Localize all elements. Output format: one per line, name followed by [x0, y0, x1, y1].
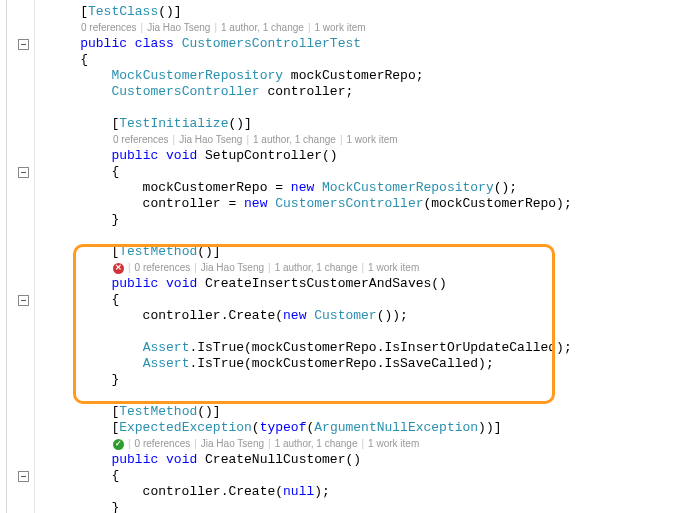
field: CustomersController controller;: [49, 84, 698, 100]
attribute: [TestInitialize()]: [49, 116, 698, 132]
class-decl: public class CustomersControllerTest: [49, 36, 698, 52]
codelens-changes[interactable]: 1 author, 1 change: [221, 20, 304, 36]
codelens-author[interactable]: Jia Hao Tseng: [179, 132, 242, 148]
codelens-workitem[interactable]: 1 work item: [368, 260, 419, 276]
attribute: [ExpectedException(typeof(ArgumentNullEx…: [49, 420, 698, 436]
fold-toggle-null[interactable]: [18, 471, 29, 482]
method-decl: public void CreateNullCustomer(): [49, 452, 698, 468]
stmt: Assert.IsTrue(mockCustomerRepo.IsInsertO…: [49, 340, 698, 356]
fold-toggle-create[interactable]: [18, 295, 29, 306]
brace: {: [49, 164, 698, 180]
brace: }: [49, 212, 698, 228]
attribute: [TestMethod()]: [49, 244, 698, 260]
fold-toggle-class[interactable]: [18, 39, 29, 50]
codelens-refs[interactable]: 0 references: [135, 260, 191, 276]
stmt: Assert.IsTrue(mockCustomerRepo.IsSaveCal…: [49, 356, 698, 372]
fold-toggle-setup[interactable]: [18, 167, 29, 178]
attribute: [TestMethod()]: [49, 404, 698, 420]
codelens-workitem[interactable]: 1 work item: [368, 436, 419, 452]
stmt: mockCustomerRepo = new MockCustomerRepos…: [49, 180, 698, 196]
method-decl: public void SetupController(): [49, 148, 698, 164]
stmt: controller.Create(null);: [49, 484, 698, 500]
attribute: [TestClass()]: [49, 4, 698, 20]
codelens-changes[interactable]: 1 author, 1 change: [275, 436, 358, 452]
fail-icon[interactable]: ✕: [113, 263, 124, 274]
blank: [49, 100, 698, 116]
codelens: 0 references| Jia Hao Tseng| 1 author, 1…: [49, 132, 698, 148]
stmt: controller = new CustomersController(moc…: [49, 196, 698, 212]
code-area[interactable]: [TestClass()] 0 references| Jia Hao Tsen…: [35, 0, 698, 513]
codelens-workitem[interactable]: 1 work item: [314, 20, 365, 36]
field: MockCustomerRepository mockCustomerRepo;: [49, 68, 698, 84]
brace: {: [49, 468, 698, 484]
brace: {: [49, 52, 698, 68]
codelens: ✕ | 0 references| Jia Hao Tseng| 1 autho…: [49, 260, 698, 276]
brace: {: [49, 292, 698, 308]
pass-icon[interactable]: ✓: [113, 439, 124, 450]
gutter: [0, 0, 35, 513]
codelens-author[interactable]: Jia Hao Tseng: [201, 436, 264, 452]
stmt: controller.Create(new Customer());: [49, 308, 698, 324]
blank: [49, 228, 698, 244]
codelens-changes[interactable]: 1 author, 1 change: [275, 260, 358, 276]
brace: }: [49, 500, 698, 513]
codelens-refs[interactable]: 0 references: [113, 132, 169, 148]
codelens-author[interactable]: Jia Hao Tseng: [147, 20, 210, 36]
codelens-refs[interactable]: 0 references: [135, 436, 191, 452]
codelens: ✓ | 0 references| Jia Hao Tseng| 1 autho…: [49, 436, 698, 452]
codelens-changes[interactable]: 1 author, 1 change: [253, 132, 336, 148]
codelens: 0 references| Jia Hao Tseng| 1 author, 1…: [49, 20, 698, 36]
code-editor: [TestClass()] 0 references| Jia Hao Tsen…: [0, 0, 698, 513]
blank: [49, 388, 698, 404]
gutter-band: [6, 0, 7, 513]
brace: }: [49, 372, 698, 388]
codelens-refs[interactable]: 0 references: [81, 20, 137, 36]
blank: [49, 324, 698, 340]
codelens-author[interactable]: Jia Hao Tseng: [201, 260, 264, 276]
method-decl: public void CreateInsertsCustomerAndSave…: [49, 276, 698, 292]
codelens-workitem[interactable]: 1 work item: [346, 132, 397, 148]
